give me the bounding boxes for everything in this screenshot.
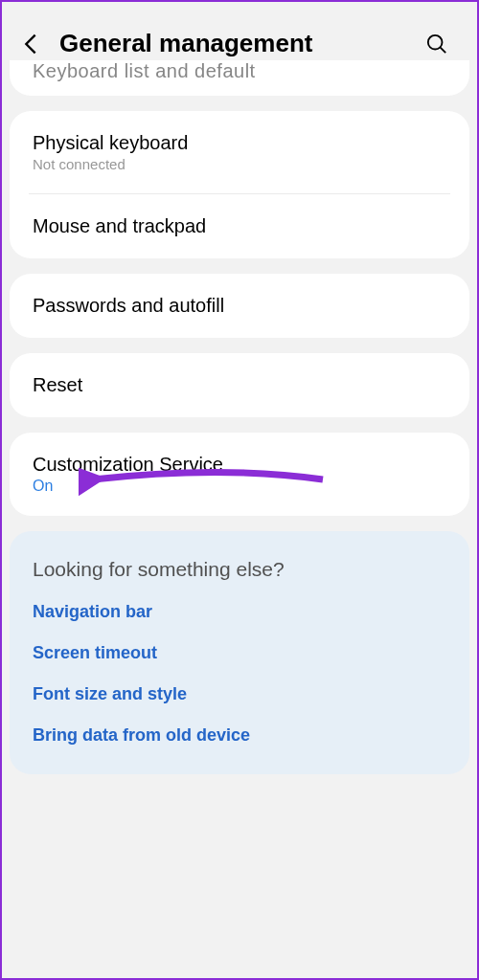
- partial-item-text: Keyboard list and default: [10, 60, 469, 96]
- back-icon[interactable]: [19, 33, 42, 56]
- bring-data-link[interactable]: Bring data from old device: [33, 725, 446, 746]
- partial-card: Keyboard list and default: [10, 60, 469, 96]
- search-icon[interactable]: [425, 33, 448, 56]
- passwords-card: Passwords and autofill: [10, 274, 469, 338]
- customization-card: Customization Service On: [10, 433, 469, 516]
- list-item-title: Reset: [33, 374, 446, 396]
- font-size-link[interactable]: Font size and style: [33, 684, 446, 704]
- suggestions-card: Looking for something else? Navigation b…: [10, 531, 469, 774]
- list-item-subtitle: On: [33, 478, 446, 495]
- customization-service-item[interactable]: Customization Service On: [10, 433, 469, 516]
- list-item-title: Customization Service: [33, 454, 446, 476]
- svg-line-1: [441, 47, 446, 52]
- screen-timeout-link[interactable]: Screen timeout: [33, 643, 446, 663]
- physical-keyboard-item[interactable]: Physical keyboard Not connected: [10, 111, 469, 193]
- navigation-bar-link[interactable]: Navigation bar: [33, 602, 446, 622]
- reset-card: Reset: [10, 353, 469, 417]
- reset-item[interactable]: Reset: [10, 353, 469, 417]
- svg-point-0: [428, 34, 443, 49]
- list-item-title: Physical keyboard: [33, 132, 446, 154]
- mouse-trackpad-item[interactable]: Mouse and trackpad: [10, 194, 469, 258]
- list-item-title: Passwords and autofill: [33, 295, 446, 317]
- suggestions-title: Looking for something else?: [33, 558, 446, 581]
- list-item-title: Mouse and trackpad: [33, 215, 446, 237]
- passwords-autofill-item[interactable]: Passwords and autofill: [10, 274, 469, 338]
- settings-container: General management Keyboard list and def…: [2, 2, 477, 978]
- list-item-subtitle: Not connected: [33, 156, 446, 172]
- input-devices-card: Physical keyboard Not connected Mouse an…: [10, 111, 469, 258]
- page-title: General management: [59, 29, 425, 58]
